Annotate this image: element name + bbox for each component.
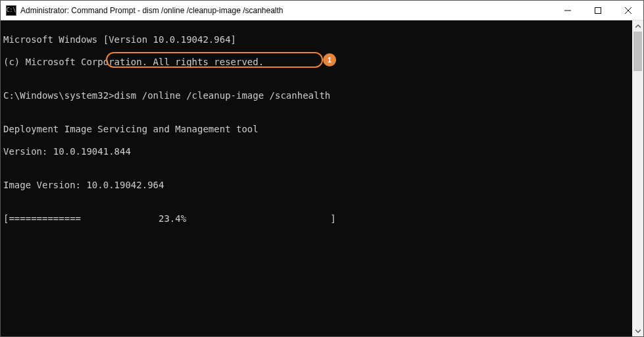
chevron-up-icon	[635, 24, 641, 29]
chevron-down-icon	[635, 328, 641, 334]
output-line: Microsoft Windows [Version 10.0.19042.96…	[3, 34, 630, 45]
cmd-icon: C:\	[6, 5, 16, 16]
close-button[interactable]	[613, 1, 643, 20]
output-line: Deployment Image Servicing and Managemen…	[3, 124, 630, 135]
output-line: (c) Microsoft Corporation. All rights re…	[3, 57, 630, 68]
output-line: Version: 10.0.19041.844	[3, 146, 630, 157]
progress-line: [============= 23.4% ]	[3, 213, 630, 224]
maximize-icon	[595, 7, 601, 14]
prompt-prefix: C:\Windows\system32>	[3, 90, 114, 101]
prompt-line: C:\Windows\system32>dism /online /cleanu…	[3, 90, 630, 101]
scroll-track[interactable]	[632, 32, 643, 325]
scroll-down-button[interactable]	[632, 325, 643, 336]
titlebar-controls	[553, 1, 643, 20]
minimize-icon	[564, 7, 571, 14]
svg-rect-1	[595, 7, 601, 13]
terminal-output[interactable]: Microsoft Windows [Version 10.0.19042.96…	[1, 20, 632, 336]
command-prompt-window: C:\ Administrator: Command Prompt - dism…	[0, 0, 644, 337]
vertical-scrollbar[interactable]	[632, 20, 643, 336]
minimize-button[interactable]	[553, 1, 583, 20]
maximize-button[interactable]	[583, 1, 613, 20]
scroll-up-button[interactable]	[632, 20, 643, 32]
titlebar[interactable]: C:\ Administrator: Command Prompt - dism…	[1, 1, 643, 20]
client-area: Microsoft Windows [Version 10.0.19042.96…	[1, 20, 643, 336]
entered-command: dism /online /cleanup-image /scanhealth	[114, 90, 331, 101]
close-icon	[625, 7, 632, 14]
scroll-thumb[interactable]	[633, 32, 642, 71]
window-title: Administrator: Command Prompt - dism /on…	[20, 6, 284, 15]
output-line: Image Version: 10.0.19042.964	[3, 180, 630, 191]
